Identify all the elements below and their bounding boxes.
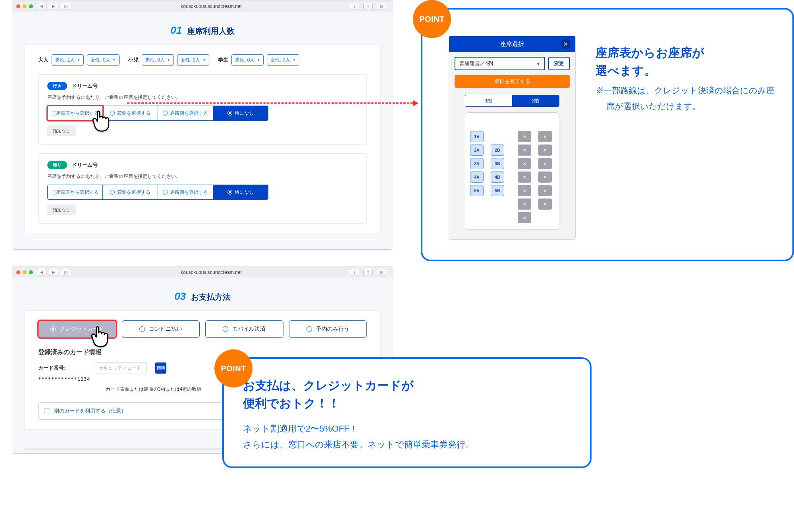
payment-method-row: クレジットカード コンビニ払い モバイル決済 予約のみ行う [38, 320, 367, 338]
share-icon[interactable]: ⇪ [363, 269, 373, 276]
seat-taken: ✕ [538, 145, 552, 156]
return-none-button[interactable]: 指定なし [47, 204, 76, 215]
finish-button[interactable]: 選択を完了する [455, 75, 570, 88]
seat-taken: ✕ [518, 199, 531, 210]
return-opt-seatmap[interactable]: ⬚ 座席表から選択する [47, 185, 103, 200]
student-female-select[interactable]: 女性: 0人▼ [267, 54, 299, 66]
fare-select[interactable]: 普通運賃／4列▼ [455, 57, 545, 70]
registered-title: 登録済みのカード情報 [38, 348, 367, 357]
section-number: 01 [170, 24, 182, 36]
seat-taken: ✕ [518, 185, 531, 196]
student-male-select[interactable]: 男性: 0人▼ [231, 54, 264, 66]
passenger-row: 大人 男性: 1人▼ 女性: 0人▼ 小児 男性: 0人▼ 女性: 0人▼ 学生… [38, 54, 367, 66]
fwd-button[interactable]: ▶ [49, 269, 58, 276]
security-code-input[interactable]: セキュリティコード [95, 362, 146, 374]
back-button[interactable]: ◀ [37, 269, 46, 276]
callout-title-l1: お支払は、クレジットカードが [243, 376, 571, 394]
seat-5B[interactable]: 5B [491, 185, 504, 196]
browser-chrome: ◀ ▶ ◫ kousokubus.soundcream.net ⤓ ⇪ ⊞ [12, 0, 393, 12]
seat-4B[interactable]: 4B [491, 172, 504, 183]
going-opt-none[interactable]: 特になし [213, 106, 268, 121]
seat-taken: ✕ [518, 172, 531, 183]
browser-chrome-2: ◀ ▶ ◫ kousokubus.soundcream.net ⤓ ⇪ ⊞ [12, 266, 393, 278]
callout-arrow [127, 102, 413, 104]
seat-modal-title: 座席選択 [500, 40, 524, 48]
share-icon[interactable]: ⇪ [363, 3, 373, 10]
going-opt-window[interactable]: 窓側を選択する [102, 106, 158, 121]
seat-grid: 1A✕✕2A2B✕✕3A3B✕✕4A4B✕✕5A5B✕✕✕✕✕ [470, 131, 554, 223]
bus-outline: 1A✕✕2A2B✕✕3A3B✕✕4A4B✕✕5A5B✕✕✕✕✕ [465, 112, 559, 230]
seat-2B[interactable]: 2B [491, 145, 504, 156]
return-opt-window[interactable]: 窓側を選択する [102, 185, 158, 200]
going-opt-seatmap[interactable]: ⬚ 座席表から選択する [47, 106, 103, 121]
close-icon[interactable]: ✕ [561, 39, 570, 49]
back-button[interactable]: ◀ [37, 3, 46, 10]
seat-5A[interactable]: 5A [470, 185, 484, 196]
tab-floor1[interactable]: 1階 [465, 95, 512, 106]
adult-male-select[interactable]: 男性: 1人▼ [52, 54, 84, 66]
point-seat-callout: POINT 座席選択 ✕ 普通運賃／4列▼ 変更 選択を完了する 1階 2階 1… [421, 8, 794, 261]
seat-2A[interactable]: 2A [470, 145, 484, 156]
reader-icon[interactable]: ⤓ [350, 269, 359, 276]
return-options: ⬚ 座席表から選択する 窓側を選択する 通路側を選択する 特になし [47, 185, 358, 200]
browser-window-section01: ◀ ▶ ◫ kousokubus.soundcream.net ⤓ ⇪ ⊞ 01… [12, 0, 393, 250]
pay-mobile[interactable]: モバイル決済 [205, 320, 283, 338]
change-button[interactable]: 変更 [548, 57, 570, 70]
sidebar-toggle[interactable]: ◫ [61, 3, 70, 10]
reader-icon[interactable]: ⤓ [350, 3, 359, 10]
pay-convenience[interactable]: コンビニ払い [122, 320, 200, 338]
callout-sub-l1: ネット割適用で2〜5%OFF！ [243, 421, 571, 437]
seat-taken: ✕ [538, 199, 552, 210]
callout-title-l2: 選べます。 [596, 62, 775, 79]
going-opt-aisle[interactable]: 通路側を選択する [158, 106, 213, 121]
seat-taken: ✕ [518, 212, 531, 223]
seat-3B[interactable]: 3B [491, 158, 504, 169]
seat-row: 5A5B✕✕ [470, 185, 554, 196]
checkbox[interactable] [44, 408, 50, 414]
going-options: ⬚ 座席表から選択する 窓側を選択する 通路側を選択する 特になし [47, 106, 358, 121]
section-number: 03 [174, 290, 186, 302]
adult-female-select[interactable]: 女性: 0人▼ [87, 54, 119, 66]
pay-credit[interactable]: クレジットカード [38, 320, 116, 338]
seat-modal-header: 座席選択 ✕ [449, 36, 575, 52]
child-male-select[interactable]: 男性: 0人▼ [142, 54, 174, 66]
return-tag: 帰り [47, 161, 67, 169]
callout-text: 座席表からお座席が 選べます。 ※一部路線は、クレジット決済の場合にのみ座席が選… [596, 36, 775, 114]
seat-4A[interactable]: 4A [470, 172, 484, 183]
going-desc: 座席を予約するにあたり、ご希望の座席を指定してください。 [47, 94, 358, 101]
seat-taken: ✕ [538, 185, 552, 196]
return-opt-none[interactable]: 特になし [213, 185, 268, 200]
seat-row: 4A4B✕✕ [470, 172, 554, 183]
going-tag: 行き [47, 82, 67, 90]
seat-taken: ✕ [538, 131, 552, 142]
tab-floor2[interactable]: 2階 [512, 95, 559, 106]
seat-taken: ✕ [518, 145, 531, 156]
section-title: 座席利用人数 [187, 27, 235, 35]
fwd-button[interactable]: ▶ [49, 3, 58, 10]
trip-going-panel: 行き ドリーム号 座席を予約するにあたり、ご希望の座席を指定してください。 ⬚ … [38, 74, 367, 145]
return-opt-aisle[interactable]: 通路側を選択する [158, 185, 213, 200]
card-number-label: カード番号: [38, 364, 66, 372]
point-badge: POINT [413, 0, 451, 38]
section-header: 01 座席利用人数 [24, 24, 381, 37]
keypad-icon[interactable]: ⌨ [155, 362, 166, 374]
seat-modal: 座席選択 ✕ 普通運賃／4列▼ 変更 選択を完了する 1階 2階 1A✕✕2A2… [449, 36, 576, 240]
tabs-icon[interactable]: ⊞ [377, 269, 386, 276]
section-title: お支払方法 [191, 293, 231, 301]
seat-1A[interactable]: 1A [470, 131, 484, 142]
going-none-button[interactable]: 指定なし [47, 125, 76, 136]
seat-row: 1A✕✕ [470, 131, 554, 142]
child-label: 小児 [128, 56, 139, 64]
seat-3A[interactable]: 3A [470, 158, 484, 169]
sidebar-toggle[interactable]: ◫ [61, 269, 70, 276]
child-female-select[interactable]: 女性: 0人▼ [177, 54, 209, 66]
traffic-lights [16, 270, 33, 274]
callout-title-l1: 座席表からお座席が [596, 44, 775, 62]
seat-taken: ✕ [518, 131, 531, 142]
floor-tabs: 1階 2階 [465, 95, 559, 107]
page-body: 01 座席利用人数 大人 男性: 1人▼ 女性: 0人▼ 小児 男性: 0人▼ … [12, 12, 393, 249]
tabs-icon[interactable]: ⊞ [377, 3, 386, 10]
seat-taken: ✕ [518, 158, 531, 169]
pay-reserve-only[interactable]: 予約のみ行う [289, 320, 367, 338]
seat-row: ✕ [470, 212, 554, 223]
